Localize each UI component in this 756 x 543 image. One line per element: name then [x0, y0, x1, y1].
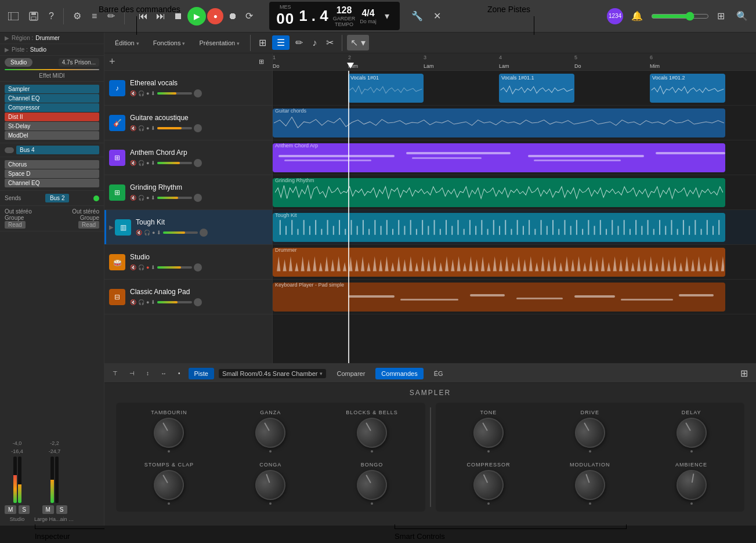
timeline-row-anthem[interactable]: Anthem Chord Arp [273, 140, 756, 175]
modulation-knob[interactable] [570, 466, 609, 505]
menu-fonctions[interactable]: Fonctions ▾ [147, 37, 191, 49]
space-d-plugin[interactable]: Space D [5, 169, 99, 178]
track-mute-btn[interactable]: 🔇 [130, 91, 136, 96]
track-volume[interactable] [157, 301, 192, 303]
track-record-btn[interactable]: ● [152, 230, 155, 236]
eg-button[interactable]: ÉG [428, 368, 449, 379]
loop-button[interactable]: ⟳ [242, 8, 256, 24]
save-button[interactable] [26, 9, 42, 23]
track-record-btn[interactable]: ● [146, 299, 149, 305]
track-item-studio[interactable]: 🥁 Studio 🔇 🎧 ● ⬇ [104, 245, 272, 280]
avatar-button[interactable]: 1234 [607, 8, 623, 24]
bus-toggle[interactable] [5, 147, 14, 153]
settings-button[interactable]: ⚙ [70, 8, 85, 24]
track-mute-btn[interactable]: 🔇 [130, 160, 136, 166]
mod-del-plugin[interactable]: ModDel [5, 131, 99, 140]
clip-studio[interactable] [273, 248, 725, 277]
list-view-btn[interactable]: ☰ [272, 35, 290, 50]
track-headphone-btn[interactable]: 🎧 [138, 299, 144, 305]
conga-knob[interactable] [251, 466, 290, 505]
solo-left[interactable]: S [19, 505, 30, 514]
track-headphone-btn[interactable]: 🎧 [138, 195, 144, 201]
compressor-knob[interactable] [468, 465, 508, 505]
clip-vocals1[interactable]: Vocals 1#01 [348, 74, 424, 103]
track-mute-btn2[interactable] [200, 229, 208, 237]
timeline-row-pad[interactable]: Keyboard Player - Pad simple [273, 280, 756, 314]
track-headphone-btn[interactable]: 🎧 [138, 125, 144, 131]
timeline-row-vocals[interactable]: Vocals 1#01 Vocals 1#01.1 [273, 71, 756, 106]
track-item-pad[interactable]: ⊟ Classic Analog Pad 🔇 🎧 ● ⬇ [104, 280, 272, 314]
track-mute-btn2[interactable] [194, 298, 202, 306]
track-item[interactable]: 🎸 Guitare acoustique 🔇 🎧 ● ⬇ [104, 106, 272, 140]
solo-right[interactable]: S [56, 505, 67, 514]
track-volume[interactable] [157, 266, 192, 269]
search-button[interactable]: 🔍 [733, 8, 751, 24]
track-midi-btn[interactable]: ⬇ [151, 265, 155, 270]
st-delay-plugin[interactable]: St-Delay [5, 122, 99, 131]
track-volume[interactable] [157, 197, 192, 199]
clip-anthem[interactable] [273, 143, 725, 172]
track-item[interactable]: ⊞ Grinding Rhythm 🔇 🎧 ● ⬇ [104, 175, 272, 210]
new-button[interactable] [5, 10, 22, 23]
record-mode-button[interactable]: ⏺ [225, 9, 241, 24]
sc-settings-btn[interactable]: ⊞ [737, 365, 751, 381]
tambourin-knob[interactable] [149, 412, 190, 453]
sc-step-btn[interactable]: ⊣ [126, 368, 138, 379]
notification-button[interactable]: 🔔 [628, 8, 646, 24]
clip-vocals2[interactable]: Vocals 1#01.1 [499, 74, 574, 103]
dist-plugin[interactable]: Dist II [5, 113, 99, 121]
piste-button[interactable]: Piste [189, 368, 214, 379]
track-item[interactable]: ♪ Ethereal vocals 🔇 🎧 ● ⬇ [104, 71, 272, 106]
compressor-plugin[interactable]: Compressor [5, 103, 99, 112]
bus-label[interactable]: Bus 4 [16, 146, 99, 154]
sc-dot-btn[interactable]: • [175, 368, 184, 379]
clip-grinding[interactable] [273, 178, 725, 207]
score-view-btn[interactable]: ♪ [309, 35, 320, 50]
track-mute-btn2[interactable] [194, 194, 202, 202]
track-mute-btn2[interactable] [194, 124, 202, 132]
add-track-button[interactable]: + [109, 56, 115, 68]
sc-arrow-btn[interactable]: ↕ [143, 368, 153, 379]
track-display-btn[interactable]: ⊞ [255, 56, 267, 68]
mute-left[interactable]: M [5, 505, 16, 514]
clip-vocals3[interactable]: Vocals 1#01.2 [650, 74, 725, 103]
track-record-btn[interactable]: ● [146, 125, 149, 131]
comparer-button[interactable]: Comparer [331, 368, 371, 379]
sampler-plugin[interactable]: Sampler [5, 85, 99, 93]
timeline-row-grinding[interactable]: Grinding Rhythm [273, 175, 756, 210]
track-record-btn[interactable]: ● [146, 265, 149, 270]
track-midi-btn[interactable]: ⬇ [151, 299, 155, 305]
track-item-tough-kit[interactable]: ▶ ▥ Tough Kit 🔇 🎧 ● ⬇ [104, 210, 272, 245]
room-selector[interactable]: Small Room/0.4s Snare Chamber ▾ [219, 369, 326, 378]
record-button[interactable]: ● [207, 8, 223, 24]
timeline-row-studio[interactable]: Drummer [273, 245, 756, 280]
tone-knob[interactable] [468, 412, 509, 453]
chorus-plugin[interactable]: Chorus [5, 160, 99, 169]
sc-align-btn[interactable]: ⊤ [109, 368, 121, 379]
time-sig-dropdown[interactable]: ▾ [381, 8, 393, 24]
track-mute-btn2[interactable] [194, 263, 202, 272]
track-headphone-btn[interactable]: 🎧 [138, 91, 144, 96]
track-volume[interactable] [157, 127, 192, 129]
track-mute-btn[interactable]: 🔇 [130, 125, 136, 131]
track-mute-btn2[interactable] [194, 159, 202, 167]
sc-expand-btn[interactable]: ↔ [157, 368, 170, 379]
track-mute-btn[interactable]: 🔇 [136, 230, 142, 236]
piano-view-btn[interactable]: ✏ [292, 35, 306, 50]
timeline-row-guitar[interactable]: Guitar chords [273, 106, 756, 140]
track-mute-btn[interactable]: 🔇 [130, 299, 136, 305]
track-record-btn[interactable]: ● [146, 91, 149, 96]
play-button[interactable]: ▶ [187, 7, 206, 26]
bus2-btn[interactable]: Bus 2 [45, 194, 70, 202]
drive-knob[interactable] [569, 412, 610, 453]
timeline-row-tough[interactable]: Tough Kit [273, 210, 756, 245]
ganza-knob[interactable] [250, 412, 291, 453]
channel-eq-plugin[interactable]: Channel EQ [5, 94, 99, 103]
clip-guitar[interactable] [273, 108, 725, 137]
pointer-btn[interactable]: ↖ ▾ [347, 35, 368, 50]
blocks-knob[interactable] [352, 412, 393, 453]
commandes-button[interactable]: Commandes [375, 368, 423, 379]
ambience-knob[interactable] [674, 468, 708, 502]
track-midi-btn[interactable]: ⬇ [151, 125, 155, 131]
menu-presentation[interactable]: Présentation ▾ [193, 37, 245, 49]
